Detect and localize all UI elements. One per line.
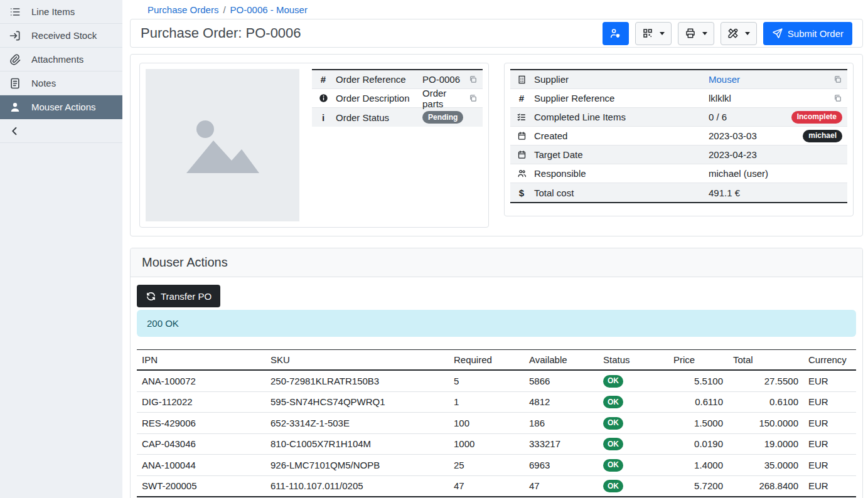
cell-available: 6963 [524, 455, 598, 476]
copy-icon[interactable] [468, 75, 478, 84]
column-header-ipn: IPN [137, 350, 265, 371]
print-actions-button[interactable] [678, 22, 714, 45]
supplier-label: Supplier [534, 74, 702, 85]
copy-icon[interactable] [833, 93, 842, 103]
cell-price: 5.7200 [668, 475, 728, 497]
qr-code-icon [642, 28, 653, 39]
caret-down-icon [745, 32, 750, 35]
completed-label: Completed Line Items [534, 112, 702, 122]
target-date-row: Target Date 2023-04-23 [510, 146, 847, 164]
cell-ipn: ANA-100072 [137, 370, 265, 391]
created-value: 2023-03-03 [709, 130, 796, 141]
mouser-actions-panel: Mouser Actions Transfer PO 200 OK IPN [130, 248, 863, 498]
responsible-label: Responsible [534, 168, 702, 179]
info-letter-icon: i [317, 112, 330, 123]
supplier-reference-row: # Supplier Reference lklklkl [510, 89, 847, 108]
cell-available: 5866 [524, 370, 598, 391]
line-items-table: IPN SKU Required Available Status Price … [137, 349, 856, 498]
created-label: Created [534, 130, 702, 141]
cell-sku: 926-LMC7101QM5/NOPB [265, 455, 449, 476]
refresh-icon [146, 291, 156, 302]
order-description-row: Order Description Order parts [312, 89, 483, 108]
main-content: Purchase Orders/PO-0006 - Mouser Purchas… [122, 0, 868, 498]
created-row: Created 2023-03-03 michael [510, 127, 847, 146]
cell-available: 333217 [524, 433, 598, 455]
calendar-icon [515, 150, 528, 159]
sidebar-item-attachments[interactable]: Attachments [0, 48, 122, 72]
receive-icon [9, 29, 21, 42]
sidebar-collapse-button[interactable] [0, 119, 122, 143]
cell-required: 1000 [449, 433, 524, 455]
transfer-po-button[interactable]: Transfer PO [137, 285, 220, 307]
supplier-reference-label: Supplier Reference [534, 93, 702, 103]
total-cost-label: Total cost [534, 188, 702, 198]
cell-ipn: DIG-112022 [137, 391, 265, 413]
cell-total: 150.0000 [728, 413, 803, 434]
cell-required: 100 [449, 413, 524, 434]
cell-currency: EUR [803, 370, 856, 391]
supplier-link[interactable]: Mouser [709, 74, 740, 85]
cell-currency: EUR [803, 433, 856, 455]
cell-ipn: SWT-200005 [137, 475, 265, 497]
column-header-sku: SKU [265, 350, 449, 371]
order-image-placeholder[interactable] [146, 69, 299, 221]
sidebar-item-line-items[interactable]: Line Items [0, 0, 122, 24]
order-description-value: Order parts [422, 88, 462, 109]
send-icon [772, 28, 783, 39]
breadcrumb-purchase-orders[interactable]: Purchase Orders [147, 4, 218, 15]
copy-icon[interactable] [468, 93, 478, 103]
user-actions-button[interactable] [603, 22, 629, 45]
sidebar: Line Items Received Stock Attachments No… [0, 0, 122, 498]
sidebar-item-received-stock[interactable]: Received Stock [0, 24, 122, 48]
responsible-row: Responsible michael (user) [510, 164, 847, 183]
sidebar-item-label: Received Stock [31, 30, 97, 41]
barcode-actions-button[interactable] [635, 22, 672, 45]
completed-line-items-row: Completed Line Items 0 / 6 Incomplete [510, 108, 847, 127]
supplier-info-card: Supplier Mouser # Supplier Refere [504, 63, 854, 216]
printer-icon [685, 28, 696, 39]
notes-icon [9, 77, 21, 90]
cell-sku: 652-3314Z-1-503E [265, 413, 449, 434]
cell-sku: 595-SN74HCS74QPWRQ1 [265, 391, 449, 413]
responsible-value: michael (user) [709, 168, 842, 179]
calendar-icon [515, 131, 528, 140]
order-info-card: # Order Reference PO-0006 [139, 63, 489, 228]
submit-order-button[interactable]: Submit Order [763, 22, 852, 45]
cell-price: 1.4000 [668, 455, 728, 476]
breadcrumb-current-order[interactable]: PO-0006 - Mouser [230, 4, 308, 15]
cell-ipn: ANA-100044 [137, 455, 265, 476]
cell-currency: EUR [803, 391, 856, 413]
cell-required: 5 [449, 370, 524, 391]
supplier-properties-table: Supplier Mouser # Supplier Refere [510, 69, 847, 203]
tools-icon [727, 28, 739, 39]
cell-available: 4812 [524, 391, 598, 413]
cell-currency: EUR [803, 475, 856, 497]
dollar-icon: $ [515, 188, 528, 198]
transfer-po-label: Transfer PO [161, 291, 212, 302]
order-reference-label: Order Reference [336, 74, 416, 85]
order-description-label: Order Description [336, 93, 416, 103]
submit-order-label: Submit Order [788, 28, 844, 39]
breadcrumb: Purchase Orders/PO-0006 - Mouser [122, 0, 868, 19]
caret-down-icon [660, 32, 665, 35]
order-reference-row: # Order Reference PO-0006 [312, 70, 483, 89]
order-status-label: Order Status [336, 112, 416, 123]
header-toolbar: Submit Order [603, 22, 852, 45]
sidebar-item-label: Notes [31, 78, 56, 88]
list-icon [9, 6, 21, 18]
sidebar-item-mouser-actions[interactable]: Mouser Actions [0, 95, 122, 119]
order-actions-button[interactable] [721, 22, 757, 45]
user-shield-icon [609, 28, 621, 40]
cell-price: 1.5000 [668, 413, 728, 434]
paperclip-icon [9, 53, 21, 66]
cell-required: 25 [449, 455, 524, 476]
sidebar-item-notes[interactable]: Notes [0, 72, 122, 95]
cell-sku: 611-110.107.011/0205 [265, 475, 449, 497]
user-badge: michael [803, 130, 842, 142]
copy-icon[interactable] [833, 75, 842, 84]
ok-badge: OK [603, 459, 623, 472]
caret-down-icon [702, 32, 707, 35]
user-icon [9, 101, 21, 114]
table-row: SWT-200005 611-110.107.011/0205 47 47 OK… [137, 475, 856, 497]
column-header-total: Total [728, 350, 803, 371]
